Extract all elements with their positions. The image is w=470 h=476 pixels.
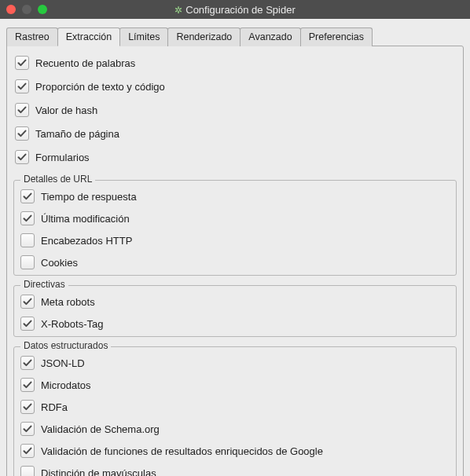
- tab-panel-extraction: Recuento de palabrasProporción de texto …: [6, 46, 464, 476]
- window-title-text: Configuración de Spider: [185, 4, 295, 16]
- group-legend: Datos estructurados: [20, 340, 111, 351]
- group-directivas: DirectivasMeta robotsX-Robots-Tag: [13, 285, 457, 337]
- checkbox[interactable]: [20, 317, 35, 331]
- checkbox[interactable]: [20, 356, 35, 370]
- option-label: Tiempo de respuesta: [41, 191, 137, 203]
- option-row: Microdatos: [19, 374, 451, 396]
- group-legend: Directivas: [20, 279, 68, 290]
- tab-rastreo[interactable]: Rastreo: [6, 27, 58, 46]
- window-controls: [6, 5, 47, 14]
- tab-preferencias[interactable]: Preferencias: [300, 27, 373, 46]
- option-row: JSON-LD: [19, 352, 451, 374]
- checkmark-icon: [23, 380, 32, 390]
- option-row: Cookies: [19, 251, 451, 273]
- group-datos-estructurados: Datos estructuradosJSON-LDMicrodatosRDFa…: [13, 346, 457, 476]
- option-label: Formularios: [35, 152, 90, 163]
- checkbox[interactable]: [20, 255, 35, 269]
- tab-avanzado[interactable]: Avanzado: [240, 27, 300, 46]
- checkmark-icon: [23, 192, 32, 201]
- window-title: ✲Configuración de Spider: [0, 4, 470, 16]
- option-label: Validación de funciones de resultados en…: [41, 445, 323, 457]
- tab-label: Extracción: [66, 31, 112, 42]
- option-row: Proporción de texto y código: [13, 76, 457, 100]
- checkbox[interactable]: [15, 56, 29, 70]
- checkbox[interactable]: [20, 444, 35, 458]
- option-label: Microdatos: [41, 379, 91, 391]
- option-label: Distinción de mayúsculas: [41, 467, 156, 477]
- option-label: Tamaño de página: [35, 128, 119, 140]
- app-icon: ✲: [174, 5, 182, 16]
- option-label: Recuento de palabras: [35, 57, 135, 69]
- tab-label: Límites: [128, 31, 160, 42]
- tab-label: Avanzado: [248, 31, 292, 42]
- option-label: Valor de hash: [35, 104, 97, 116]
- option-row: RDFa: [19, 396, 451, 418]
- checkbox[interactable]: [15, 103, 29, 117]
- content-area: RastreoExtracciónLímitesRenderizadoAvanz…: [0, 19, 470, 476]
- tabbar: RastreoExtracciónLímitesRenderizadoAvanz…: [6, 27, 464, 46]
- checkbox[interactable]: [15, 150, 29, 164]
- group-legend: Detalles de URL: [20, 174, 95, 185]
- option-label: RDFa: [41, 401, 68, 413]
- close-icon[interactable]: [6, 5, 16, 14]
- option-row: Última modificación: [19, 207, 451, 229]
- tab-label: Renderizado: [176, 31, 232, 42]
- checkmark-icon: [23, 214, 32, 223]
- option-row: Formularios: [13, 147, 457, 170]
- option-label: Meta robots: [41, 296, 95, 308]
- checkmark-icon: [23, 446, 32, 456]
- checkbox[interactable]: [15, 126, 29, 141]
- option-row: Meta robots: [19, 291, 451, 313]
- option-row: Encabezados HTTP: [19, 229, 451, 251]
- checkmark-icon: [23, 297, 32, 306]
- checkbox[interactable]: [20, 422, 35, 436]
- tab-extraccio-n[interactable]: Extracción: [57, 27, 120, 46]
- checkbox[interactable]: [20, 211, 35, 225]
- group-detalles-de-url: Detalles de URLTiempo de respuestaÚltima…: [13, 180, 457, 276]
- checkbox[interactable]: [20, 189, 35, 203]
- checkbox[interactable]: [15, 79, 29, 93]
- option-row: Recuento de palabras: [13, 53, 457, 76]
- checkmark-icon: [23, 358, 32, 368]
- option-label: Proporción de texto y código: [35, 81, 165, 93]
- top-options: Recuento de palabrasProporción de texto …: [13, 53, 457, 170]
- window-titlebar: ✲Configuración de Spider: [0, 0, 470, 19]
- option-label: Validación de Schema.org: [41, 423, 160, 435]
- checkbox[interactable]: [20, 378, 35, 392]
- option-row: Validación de Schema.org: [19, 418, 451, 440]
- checkmark-icon: [23, 402, 32, 412]
- option-label: Última modificación: [41, 213, 130, 225]
- option-row: Tiempo de respuesta: [19, 185, 451, 207]
- tab-renderizado[interactable]: Renderizado: [167, 27, 241, 46]
- checkmark-icon: [17, 152, 27, 162]
- option-row: X-Robots-Tag: [19, 313, 451, 335]
- minimize-icon[interactable]: [22, 5, 31, 14]
- option-row: Distinción de mayúsculas: [19, 462, 451, 476]
- checkbox[interactable]: [20, 466, 35, 476]
- option-row: Validación de funciones de resultados en…: [19, 440, 451, 462]
- checkmark-icon: [17, 58, 27, 68]
- tab-label: Rastreo: [15, 31, 50, 42]
- checkmark-icon: [17, 82, 27, 91]
- checkbox[interactable]: [20, 400, 35, 414]
- checkmark-icon: [17, 105, 27, 115]
- maximize-icon[interactable]: [38, 5, 47, 14]
- option-row: Tamaño de página: [13, 123, 457, 147]
- checkmark-icon: [23, 319, 32, 328]
- option-label: Encabezados HTTP: [41, 235, 132, 247]
- option-label: JSON-LD: [41, 357, 85, 369]
- tab-li-mites[interactable]: Límites: [119, 27, 168, 46]
- option-label: Cookies: [41, 257, 78, 269]
- option-row: Valor de hash: [13, 100, 457, 123]
- tab-label: Preferencias: [309, 31, 364, 42]
- checkmark-icon: [17, 129, 27, 138]
- checkbox[interactable]: [20, 295, 35, 309]
- checkmark-icon: [23, 424, 32, 434]
- checkbox[interactable]: [20, 233, 35, 247]
- option-label: X-Robots-Tag: [41, 318, 103, 330]
